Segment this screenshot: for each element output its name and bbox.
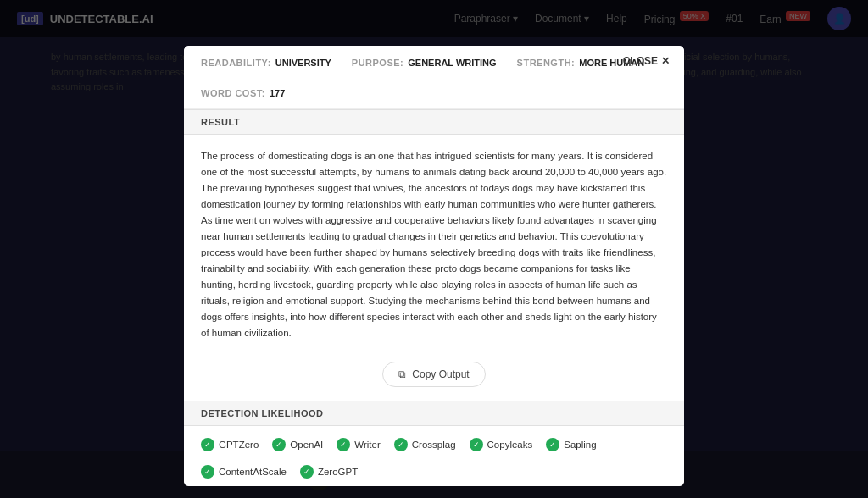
copy-icon: ⧉	[398, 368, 406, 380]
check-icon-openai: ✓	[272, 438, 286, 451]
result-modal: CLOSE ✕ READABILITY: UNIVERSITY PURPOSE:…	[184, 46, 684, 486]
copy-output-button[interactable]: ⧉ Copy Output	[382, 362, 485, 387]
detector-label-gptzero: GPTZero	[219, 440, 259, 450]
word-cost-meta: WORD COST: 177	[201, 88, 285, 98]
detector-sapling: ✓ Sapling	[546, 438, 596, 451]
close-label: CLOSE	[623, 55, 658, 67]
detector-label-contentatscale: ContentAtScale	[219, 467, 287, 477]
purpose-meta: PURPOSE: GENERAL WRITING	[352, 58, 497, 68]
detector-label-openai: OpenAI	[290, 440, 323, 450]
detector-label-copyleaks: Copyleaks	[487, 440, 533, 450]
detector-zerogpt: ✓ ZeroGPT	[300, 465, 358, 479]
purpose-label: PURPOSE:	[352, 58, 403, 68]
check-icon-sapling: ✓	[546, 438, 559, 451]
check-icon-contentatscale: ✓	[201, 465, 214, 479]
detector-openai: ✓ OpenAI	[272, 438, 323, 451]
detector-gptzero: ✓ GPTZero	[201, 438, 259, 451]
word-cost-value: 177	[270, 88, 285, 98]
result-section-header: RESULT	[184, 109, 684, 135]
detection-section-header: DETECTION LIKELIHOOD	[184, 401, 684, 426]
close-button[interactable]: CLOSE ✕	[619, 51, 674, 71]
copy-btn-container: ⧉ Copy Output	[184, 355, 684, 401]
readability-value: UNIVERSITY	[275, 58, 331, 68]
detector-crossplag: ✓ Crossplag	[394, 438, 456, 451]
strength-label: STRENGTH:	[517, 58, 576, 68]
meta-row: READABILITY: UNIVERSITY PURPOSE: GENERAL…	[201, 58, 667, 108]
detector-label-zerogpt: ZeroGPT	[318, 467, 358, 477]
modal-header: CLOSE ✕ READABILITY: UNIVERSITY PURPOSE:…	[184, 46, 684, 109]
word-cost-label: WORD COST:	[201, 88, 265, 98]
purpose-value: GENERAL WRITING	[408, 58, 496, 68]
check-icon-gptzero: ✓	[201, 438, 214, 451]
detector-writer: ✓ Writer	[337, 438, 380, 451]
detector-copyleaks: ✓ Copyleaks	[470, 438, 533, 451]
copy-output-label: Copy Output	[412, 368, 469, 380]
detector-label-crossplag: Crossplag	[412, 440, 456, 450]
modal-body: RESULT The process of domesticating dogs…	[184, 109, 684, 486]
check-icon-writer: ✓	[337, 438, 350, 451]
result-text: The process of domesticating dogs is an …	[184, 135, 684, 355]
check-icon-crossplag: ✓	[394, 438, 408, 451]
readability-meta: READABILITY: UNIVERSITY	[201, 58, 331, 68]
detector-label-writer: Writer	[354, 440, 380, 450]
readability-label: READABILITY:	[201, 58, 271, 68]
detector-label-sapling: Sapling	[564, 440, 596, 450]
check-icon-zerogpt: ✓	[300, 465, 314, 479]
detection-row: ✓ GPTZero ✓ OpenAI ✓ Writer ✓ Crossplag …	[184, 426, 684, 486]
modal-overlay: CLOSE ✕ READABILITY: UNIVERSITY PURPOSE:…	[0, 0, 868, 498]
detector-contentatscale: ✓ ContentAtScale	[201, 465, 287, 479]
check-icon-copyleaks: ✓	[470, 438, 483, 451]
close-icon: ✕	[661, 55, 670, 67]
